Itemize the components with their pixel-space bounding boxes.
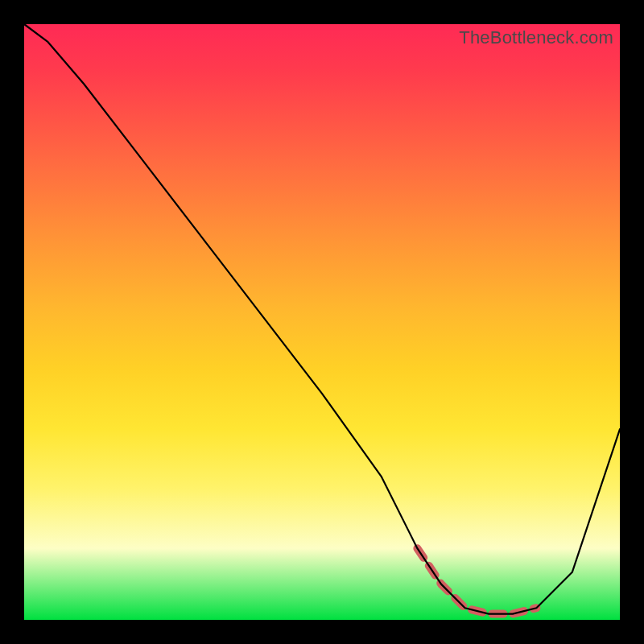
chart-frame: TheBottleneck.com: [0, 0, 644, 644]
bottleneck-curve-line: [24, 24, 620, 614]
plot-area: TheBottleneck.com: [24, 24, 620, 620]
plateau-line: [417, 548, 536, 613]
curve-svg: [24, 24, 620, 620]
